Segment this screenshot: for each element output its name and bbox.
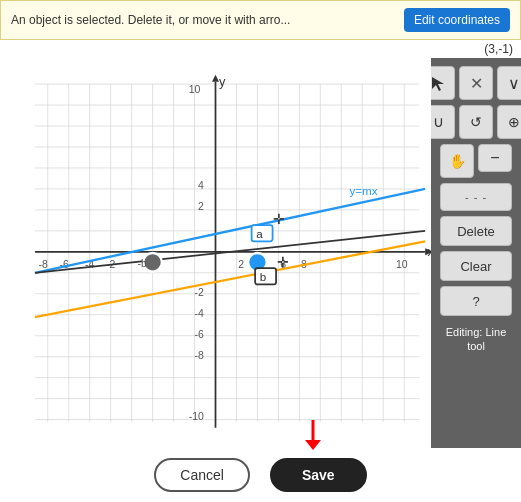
coordinates-display: (3,-1) [0,40,521,58]
svg-marker-38 [212,75,219,82]
svg-text:-2: -2 [195,287,204,298]
content-area: x y -8 -6 -4 -2 2 4 6 8 10 4 2 -2 -4 -6 … [0,58,521,448]
notification-bar: An object is selected. Delete it, or mov… [0,0,521,40]
svg-text:4: 4 [198,180,204,191]
notification-text: An object is selected. Delete it, or mov… [11,13,394,27]
svg-marker-73 [305,440,321,450]
toolbar-row-3: ✋ − [440,144,512,178]
toolbar: ✕ ∨ ∪ ↺ ⊕ ✋ − - - - Delete Clear ? [431,58,521,448]
svg-text:-6: -6 [195,329,204,340]
svg-text:✛: ✛ [273,211,285,227]
svg-text:2: 2 [198,201,204,212]
toolbar-row-1: ✕ ∨ [421,66,521,100]
editing-label: Editing: Line tool [437,325,515,354]
help-button[interactable]: ? [440,286,512,316]
svg-text:2: 2 [238,259,244,270]
svg-text:✛: ✛ [277,254,289,270]
svg-text:a: a [256,227,263,240]
svg-text:x: x [428,244,431,259]
edit-coordinates-button[interactable]: Edit coordinates [404,8,510,32]
svg-text:-10: -10 [189,411,204,422]
cancel-button[interactable]: Cancel [154,458,250,492]
circle-plus-tool-button[interactable]: ⊕ [497,105,521,139]
svg-text:-4: -4 [195,308,204,319]
svg-text:10: 10 [396,259,408,270]
svg-text:-b: -b [137,258,146,269]
graph-svg: x y -8 -6 -4 -2 2 4 6 8 10 4 2 -2 -4 -6 … [0,58,431,448]
save-button[interactable]: Save [270,458,367,492]
graph-area[interactable]: x y -8 -6 -4 -2 2 4 6 8 10 4 2 -2 -4 -6 … [0,58,431,448]
minus-tool-button[interactable]: − [478,144,512,172]
save-arrow [301,420,325,453]
main-container: An object is selected. Delete it, or mov… [0,0,521,502]
cross-tool-button[interactable]: ✕ [459,66,493,100]
clear-button[interactable]: Clear [440,251,512,281]
svg-text:10: 10 [189,84,201,95]
delete-button[interactable]: Delete [440,216,512,246]
bottom-area: Cancel Save [0,448,521,502]
chevron-down-tool-button[interactable]: ∨ [497,66,521,100]
svg-text:y: y [219,74,226,89]
svg-text:y=mx: y=mx [349,184,377,197]
hand-tool-button[interactable]: ✋ [440,144,474,178]
svg-text:-8: -8 [38,259,47,270]
svg-text:b: b [260,270,266,283]
svg-text:-8: -8 [195,350,204,361]
toolbar-row-2: ∪ ↺ ⊕ [421,105,521,139]
dashes-tool-button[interactable]: - - - [440,183,512,211]
svg-marker-71 [432,77,444,91]
undo-tool-button[interactable]: ↺ [459,105,493,139]
toolbar-row-4: - - - [440,183,512,211]
